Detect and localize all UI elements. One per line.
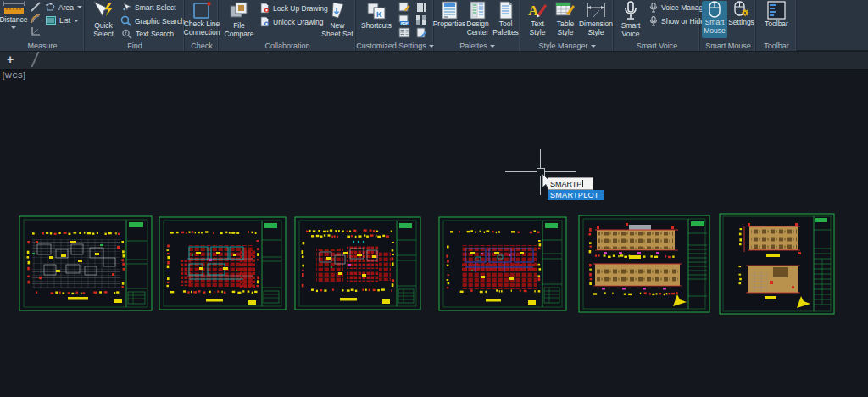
lock-up-drawing-button[interactable]: Lock Up Drawing bbox=[259, 3, 328, 14]
application-window: Distance Area List Measure bbox=[0, 0, 868, 397]
design-center-label: Design Center bbox=[464, 20, 492, 37]
graphic-search-label: Graphic Search bbox=[135, 17, 185, 25]
dimension-style-button[interactable]: Dimension Style bbox=[580, 1, 612, 37]
drawing-sheet-3-floor-plan[interactable] bbox=[294, 216, 421, 310]
file-compare-button[interactable]: File Compare bbox=[222, 1, 256, 39]
dimension-style-icon bbox=[585, 1, 607, 20]
measure-angle-icon[interactable] bbox=[31, 26, 41, 36]
text-search-button[interactable]: Text Search bbox=[121, 29, 174, 39]
area-icon bbox=[46, 3, 55, 12]
smart-voice-label: Smart Voice bbox=[615, 22, 646, 39]
svg-text:PDF: PDF bbox=[401, 21, 409, 25]
voice-manager-icon bbox=[649, 3, 658, 13]
distance-label: Distance bbox=[0, 16, 28, 25]
ribbon-group-toolbar: Toolbar Toolbar bbox=[756, 0, 797, 51]
file-compare-icon bbox=[228, 1, 250, 21]
ribbon-group-smart-voice: Smart Voice Voice Manager Show or Hide S… bbox=[614, 0, 700, 51]
command-input[interactable]: SMARTP bbox=[548, 177, 593, 190]
smart-mouse-button[interactable]: Smart Mouse bbox=[702, 1, 727, 38]
smart-select-button[interactable]: Smart Select bbox=[122, 3, 176, 12]
ribbon-group-collaboration: File Compare Lock Up Drawing Unlock Draw… bbox=[219, 0, 356, 51]
mouse-settings-icon bbox=[734, 1, 749, 18]
unlock-drawing-label: Unlock Drawing bbox=[273, 18, 324, 26]
chevron-down-icon bbox=[74, 20, 79, 22]
graphic-search-icon bbox=[120, 15, 131, 26]
ribbon-empty-area bbox=[797, 0, 868, 51]
command-input-text: SMARTP bbox=[550, 180, 581, 188]
ribbon-group-palettes: Properties Design Center Tool Palettes bbox=[434, 0, 520, 51]
autocomplete-suggestion[interactable]: SMARTPLOT bbox=[548, 190, 604, 200]
check-line-connection-button[interactable]: Check Line Connection bbox=[186, 1, 218, 37]
text-style-button[interactable]: A Text Style bbox=[524, 1, 551, 37]
toolbar-group-label: Toolbar bbox=[764, 42, 789, 50]
new-sheet-set-button[interactable]: New Sheet Set bbox=[320, 1, 354, 39]
smart-voice-icon bbox=[622, 1, 639, 21]
collaboration-group-label: Collaboration bbox=[264, 42, 309, 50]
chevron-down-icon bbox=[429, 45, 434, 48]
ribbon-group-check: Check Line Connection Check bbox=[185, 0, 219, 51]
smart-mouse-group-label: Smart Mouse bbox=[705, 42, 751, 50]
tool-palettes-button[interactable]: Tool Palettes bbox=[492, 1, 520, 37]
pdf-settings-icon[interactable]: PDF bbox=[398, 14, 410, 25]
drawing-sheet-5-elevations[interactable] bbox=[578, 215, 710, 313]
file-compare-label: File Compare bbox=[222, 22, 256, 39]
properties-label: Properties bbox=[433, 20, 466, 29]
unlock-drawing-button[interactable]: Unlock Drawing bbox=[259, 16, 324, 27]
new-sheet-set-label: New Sheet Set bbox=[320, 22, 354, 39]
smart-mouse-settings-button[interactable]: Settings bbox=[728, 1, 754, 27]
area-button[interactable]: Area bbox=[46, 3, 82, 12]
smart-select-icon bbox=[122, 3, 131, 12]
properties-button[interactable]: Properties bbox=[435, 1, 464, 29]
unlock-drawing-icon bbox=[259, 16, 270, 27]
measure-arc-icon[interactable] bbox=[31, 14, 41, 24]
new-tab-button[interactable]: + bbox=[7, 53, 14, 66]
quick-select-icon bbox=[92, 1, 115, 21]
grid-squares-icon[interactable] bbox=[415, 14, 427, 25]
drawing-sheet-1-floor-plan[interactable] bbox=[19, 215, 153, 311]
distance-button[interactable]: Distance bbox=[0, 1, 27, 29]
table-style-icon bbox=[555, 1, 576, 20]
measure-length-icon[interactable] bbox=[31, 2, 41, 12]
tab-edge-decoration bbox=[29, 52, 41, 67]
shortcuts-icon: K bbox=[365, 1, 387, 21]
table-style-button[interactable]: Table Style bbox=[552, 1, 579, 37]
drawing-sheet-4-floor-plan[interactable] bbox=[438, 216, 567, 311]
style-manager-group-label[interactable]: Style Manager bbox=[538, 42, 587, 50]
drawing-sheet-6-elevations[interactable] bbox=[719, 213, 835, 315]
tool-palettes-label: Tool Palettes bbox=[492, 20, 520, 37]
chevron-down-icon bbox=[591, 45, 596, 48]
drawing-canvas[interactable]: [WCS] SMARTP SMARTPLOT bbox=[0, 70, 868, 397]
drawing-sheet-2-floor-plan[interactable] bbox=[159, 216, 287, 310]
alias-edit-icon[interactable] bbox=[398, 2, 410, 13]
smart-mouse-icon bbox=[708, 1, 721, 18]
columns-icon[interactable] bbox=[415, 2, 427, 13]
text-style-icon: A bbox=[527, 1, 548, 20]
tool-palettes-icon bbox=[497, 1, 515, 20]
check-line-connection-icon bbox=[192, 1, 212, 20]
find-group-label: Find bbox=[127, 42, 142, 50]
ribbon-group-find: Quick Select Smart Select Graphic Search… bbox=[85, 0, 185, 51]
show-or-hide-button[interactable]: Show or Hide bbox=[649, 16, 704, 26]
alias-list-icon[interactable] bbox=[398, 27, 410, 38]
show-or-hide-label: Show or Hide bbox=[661, 17, 704, 25]
list-button[interactable]: List bbox=[46, 16, 79, 25]
distance-icon bbox=[3, 1, 25, 15]
new-sheet-set-icon bbox=[326, 1, 348, 21]
shortcuts-button[interactable]: K Shortcuts bbox=[358, 1, 395, 31]
design-center-button[interactable]: Design Center bbox=[464, 1, 492, 37]
toolbar-label: Toolbar bbox=[765, 20, 788, 29]
page-edit-icon[interactable] bbox=[415, 27, 427, 38]
palettes-group-label[interactable]: Palettes bbox=[459, 42, 487, 50]
drawing-tab-bar: + bbox=[0, 51, 868, 70]
graphic-search-button[interactable]: Graphic Search bbox=[120, 15, 185, 26]
smart-voice-group-label: Smart Voice bbox=[637, 42, 678, 50]
chevron-down-icon bbox=[11, 26, 16, 29]
quick-select-button[interactable]: Quick Select bbox=[88, 1, 119, 39]
smart-voice-button[interactable]: Smart Voice bbox=[615, 1, 646, 39]
ribbon: Distance Area List Measure bbox=[0, 0, 868, 51]
ribbon-group-measure: Distance Area List Measure bbox=[0, 0, 85, 51]
customized-settings-group-label[interactable]: Customized Settings bbox=[356, 42, 426, 50]
smart-select-label: Smart Select bbox=[135, 3, 176, 12]
toolbar-icon bbox=[767, 1, 786, 20]
toolbar-button[interactable]: Toolbar bbox=[760, 1, 793, 29]
